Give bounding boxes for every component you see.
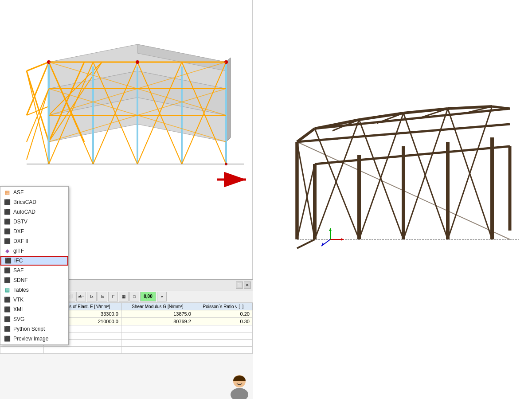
menu-label-gltf: glTF [13, 248, 24, 254]
menu-label-sdnf: SDNF [13, 277, 28, 283]
structure-right [288, 89, 523, 266]
structure-left [13, 27, 244, 195]
dxf2-icon: ⬛ [3, 238, 11, 245]
svg-line-49 [297, 239, 315, 248]
empty-cell [121, 347, 194, 354]
cad-icon: ⬛ [3, 199, 11, 206]
context-menu: ▦ASF⬛BricsCAD⬛AutoCAD⬛DSTV⬛DXF⬛DXF II◆gl… [0, 186, 69, 345]
vtk-icon: ⬛ [3, 296, 11, 303]
gltf-icon: ◆ [3, 247, 11, 254]
svg-icon: ⬛ [3, 316, 11, 323]
empty-cell [194, 325, 252, 332]
menu-label-tables: Tables [13, 287, 29, 293]
menu-label-xml: XML [13, 306, 24, 313]
menu-item-sdnf[interactable]: ⬛SDNF [0, 275, 68, 285]
close-btn[interactable]: ✕ [244, 282, 251, 289]
menu-label-bricscad: BricsCAD [13, 199, 36, 205]
grid-icon: ▦ [3, 189, 11, 196]
cell-poisson-1: 0.30 [194, 318, 252, 325]
svg-point-33 [136, 60, 139, 64]
preview-icon: ⬛ [3, 335, 11, 342]
cell-shear-1: 80769.2 [121, 318, 194, 325]
menu-item-gltf[interactable]: ◆glTF [0, 246, 68, 256]
menu-label-saf: SAF [13, 267, 23, 274]
sdnf-icon: ⬛ [3, 277, 11, 284]
menu-item-dxf[interactable]: ⬛DXF [0, 227, 68, 236]
avatar [226, 372, 253, 399]
menu-label-vtk: VTK [13, 297, 23, 303]
toolbar-btn-more[interactable]: » [157, 292, 167, 301]
empty-cell [43, 347, 121, 354]
svg-marker-85 [329, 228, 332, 231]
menu-item-saf[interactable]: ⬛SAF [0, 266, 68, 275]
toolbar-btn-fx2[interactable]: fx [98, 292, 107, 301]
empty-cell [194, 347, 252, 354]
col-header-shear: Shear Modulus G [N/mm²] [121, 303, 194, 310]
menu-label-preview: Preview Image [13, 336, 48, 342]
menu-label-python: Python Script [13, 326, 45, 332]
menu-item-preview[interactable]: ⬛Preview Image [0, 334, 68, 344]
arrow-container [217, 171, 253, 188]
table-row-empty [0, 347, 253, 354]
empty-cell [121, 325, 194, 332]
svg-line-11 [27, 89, 49, 142]
toolbar-btn-grid[interactable]: ▦ [119, 292, 129, 301]
menu-label-ifc: IFC [14, 258, 23, 264]
menu-item-ifc[interactable]: ⬛IFC [0, 256, 68, 266]
toolbar-btn-box[interactable]: □ [129, 292, 139, 301]
menu-item-dxf2[interactable]: ⬛DXF II [0, 236, 68, 246]
menu-item-autocad[interactable]: ⬛AutoCAD [0, 207, 68, 217]
restore-btn[interactable]: ⬜ [236, 282, 243, 289]
menu-label-asf: ASF [13, 189, 23, 196]
toolbar-value: 0,00 [140, 292, 156, 301]
empty-cell [0, 347, 44, 354]
menu-label-autocad: AutoCAD [13, 209, 35, 215]
tables-icon: ▤ [3, 286, 11, 293]
menu-item-svg[interactable]: ⬛SVG [0, 314, 68, 324]
menu-item-dstv[interactable]: ⬛DSTV [0, 217, 68, 227]
svg-marker-83 [341, 238, 344, 241]
dstv-icon: ⬛ [3, 218, 11, 225]
menu-label-dxf2: DXF II [13, 238, 28, 244]
cell-shear-0: 13875.0 [121, 310, 194, 318]
cell-poisson-0: 0.20 [194, 310, 252, 318]
cad2-icon: ⬛ [3, 208, 11, 215]
ifc-icon: ⬛ [4, 257, 12, 264]
menu-item-xml[interactable]: ⬛XML [0, 305, 68, 314]
left-panel: ▦ASF⬛BricsCAD⬛AutoCAD⬛DSTV⬛DXF⬛DXF II◆gl… [0, 0, 253, 399]
svg-line-74 [297, 142, 315, 239]
xml-icon: ⬛ [3, 306, 11, 313]
menu-label-svg: SVG [13, 316, 24, 322]
saf-icon: ⬛ [3, 267, 11, 274]
toolbar-btn-fx[interactable]: fx [87, 292, 97, 301]
menu-label-dxf: DXF [13, 228, 24, 235]
menu-label-dstv: DSTV [13, 219, 27, 225]
dxf-icon: ⬛ [3, 228, 11, 235]
empty-cell [194, 340, 252, 347]
toolbar-btn-ab[interactable]: ab= [76, 292, 86, 301]
right-panel [253, 0, 532, 399]
menu-item-bricscad[interactable]: ⬛BricsCAD [0, 197, 68, 207]
main-container: ▦ASF⬛BricsCAD⬛AutoCAD⬛DSTV⬛DXF⬛DXF II◆gl… [0, 0, 532, 399]
empty-cell [121, 340, 194, 347]
menu-item-tables[interactable]: ▤Tables [0, 285, 68, 295]
empty-cell [121, 332, 194, 340]
menu-item-python[interactable]: ⬛Python Script [0, 324, 68, 334]
menu-item-asf[interactable]: ▦ASF [0, 188, 68, 197]
svg-point-44 [231, 388, 248, 399]
toolbar-btn-fx3[interactable]: f° [108, 292, 118, 301]
menu-item-vtk[interactable]: ⬛VTK [0, 295, 68, 305]
col-header-poisson: Poisson´s Ratio ν [–] [194, 303, 252, 310]
svg-line-58 [359, 113, 403, 120]
empty-cell [194, 332, 252, 340]
python-icon: ⬛ [3, 325, 11, 332]
